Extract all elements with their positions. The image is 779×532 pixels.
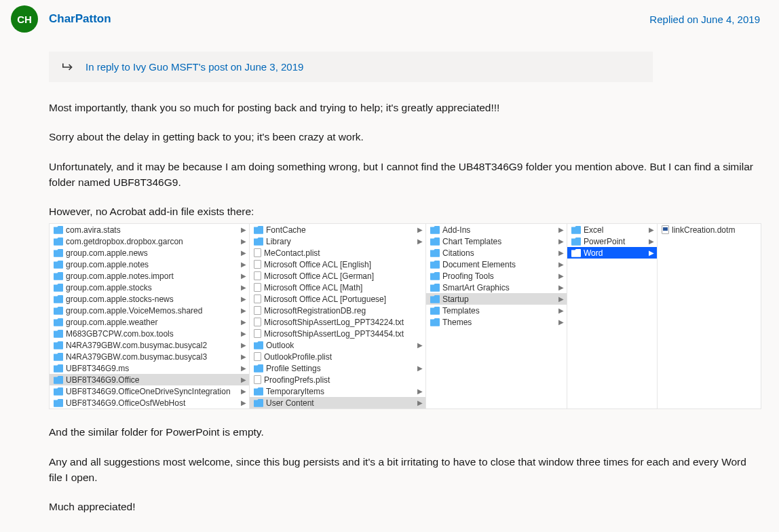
finder-folder-row[interactable]: N4RA379GBW.com.busymac.busycal2▶: [50, 339, 249, 351]
finder-folder-row[interactable]: group.com.apple.stocks-news▶: [50, 293, 249, 305]
finder-folder-row[interactable]: PowerPoint▶: [567, 235, 657, 247]
finder-folder-row[interactable]: Startup▶: [426, 293, 567, 305]
finder-file-row[interactable]: OutlookProfile.plist: [250, 351, 425, 362]
finder-column-3: Add-Ins▶Chart Templates▶Citations▶Docume…: [426, 224, 567, 408]
finder-folder-row[interactable]: M683GB7CPW.com.box.tools▶: [50, 328, 249, 339]
chevron-right-icon: ▶: [558, 261, 564, 268]
finder-column-5: linkCreation.dotm: [658, 224, 761, 408]
finder-folder-row[interactable]: Excel▶: [567, 224, 657, 235]
finder-folder-row[interactable]: Themes▶: [426, 316, 567, 328]
finder-column-2: FontCache▶Library▶MeContact.plistMicroso…: [250, 224, 426, 408]
file-icon: [254, 352, 261, 361]
reply-arrow-icon: [61, 62, 75, 73]
finder-folder-row[interactable]: UBF8T346G9.OfficeOneDriveSyncIntegration…: [50, 385, 249, 397]
finder-folder-row[interactable]: group.com.apple.notes.import▶: [50, 270, 249, 282]
chevron-right-icon: ▶: [417, 399, 423, 406]
item-name: group.com.apple.notes.import: [66, 271, 241, 281]
finder-folder-row[interactable]: group.com.apple.VoiceMemos.shared▶: [50, 305, 249, 316]
item-name: Word: [584, 248, 649, 258]
in-reply-to-bar[interactable]: In reply to Ivy Guo MSFT's post on June …: [49, 52, 653, 82]
folder-icon: [54, 295, 63, 303]
finder-folder-row[interactable]: UBF8T346G9.ms▶: [50, 362, 249, 374]
chevron-right-icon: ▶: [558, 238, 564, 245]
finder-folder-row[interactable]: Library▶: [250, 235, 425, 247]
file-icon: [254, 375, 261, 384]
folder-icon: [571, 226, 581, 234]
body-paragraph: Any and all suggestions most welcome, si…: [49, 454, 760, 486]
folder-icon: [54, 226, 63, 234]
item-name: M683GB7CPW.com.box.tools: [66, 329, 241, 339]
finder-folder-row[interactable]: Proofing Tools▶: [426, 270, 567, 282]
author-link[interactable]: CharPatton: [49, 12, 111, 26]
finder-folder-row[interactable]: N4RA379GBW.com.busymac.busycal3▶: [50, 351, 249, 362]
finder-folder-row[interactable]: com.avira.stats▶: [50, 224, 249, 235]
item-name: MicrosoftShipAssertLog_PPT34454.txt: [264, 329, 423, 339]
finder-folder-row[interactable]: group.com.apple.stocks▶: [50, 282, 249, 293]
finder-folder-row[interactable]: User Content▶: [250, 397, 425, 408]
finder-folder-row[interactable]: Word▶: [567, 247, 657, 259]
finder-file-row[interactable]: Microsoft Office ACL [Portuguese]: [250, 293, 425, 305]
item-name: Microsoft Office ACL [Math]: [264, 283, 423, 292]
finder-folder-row[interactable]: com.getdropbox.dropbox.garcon▶: [50, 235, 249, 247]
finder-file-row[interactable]: MicrosoftShipAssertLog_PPT34454.txt: [250, 328, 425, 339]
finder-folder-row[interactable]: FontCache▶: [250, 224, 425, 235]
item-name: N4RA379GBW.com.busymac.busycal2: [66, 341, 241, 350]
chevron-right-icon: ▶: [649, 249, 654, 256]
finder-folder-row[interactable]: Chart Templates▶: [426, 235, 567, 247]
file-icon: [254, 306, 261, 315]
item-name: Microsoft Office ACL [Portuguese]: [264, 294, 423, 304]
chevron-right-icon: ▶: [558, 318, 564, 326]
finder-file-row[interactable]: linkCreation.dotm: [658, 224, 761, 235]
finder-file-row[interactable]: Microsoft Office ACL [Math]: [250, 282, 425, 293]
finder-folder-row[interactable]: Add-Ins▶: [426, 224, 567, 235]
item-name: OutlookProfile.plist: [264, 352, 423, 362]
finder-file-row[interactable]: ProofingPrefs.plist: [250, 374, 425, 385]
finder-folder-row[interactable]: UBF8T346G9.OfficeOsfWebHost▶: [50, 397, 249, 408]
finder-folder-row[interactable]: TemporaryItems▶: [250, 385, 425, 397]
chevron-right-icon: ▶: [241, 353, 246, 360]
chevron-right-icon: ▶: [241, 295, 246, 303]
folder-icon: [430, 295, 440, 303]
finder-file-row[interactable]: Microsoft Office ACL [English]: [250, 259, 425, 270]
avatar[interactable]: CH: [11, 5, 38, 33]
finder-folder-row[interactable]: Profile Settings▶: [250, 362, 425, 374]
finder-file-row[interactable]: MeContact.plist: [250, 247, 425, 259]
item-name: FontCache: [266, 225, 417, 235]
finder-file-row[interactable]: Microsoft Office ACL [German]: [250, 270, 425, 282]
in-reply-to-link[interactable]: In reply to Ivy Guo MSFT's post on June …: [86, 61, 303, 73]
item-name: group.com.apple.stocks-news: [66, 294, 241, 304]
folder-icon: [54, 399, 63, 407]
finder-folder-row[interactable]: Templates▶: [426, 305, 567, 316]
folder-icon: [430, 272, 440, 280]
finder-folder-row[interactable]: Document Elements▶: [426, 259, 567, 270]
chevron-right-icon: ▶: [241, 399, 246, 406]
item-name: MicrosoftShipAssertLog_PPT34224.txt: [264, 318, 423, 327]
finder-folder-row[interactable]: UBF8T346G9.Office▶: [50, 374, 249, 385]
finder-folder-row[interactable]: group.com.apple.weather▶: [50, 316, 249, 328]
finder-file-row[interactable]: MicrosoftShipAssertLog_PPT34224.txt: [250, 316, 425, 328]
folder-icon: [54, 284, 63, 292]
finder-folder-row[interactable]: group.com.apple.news▶: [50, 247, 249, 259]
finder-folder-row[interactable]: group.com.apple.notes▶: [50, 259, 249, 270]
chevron-right-icon: ▶: [558, 295, 564, 303]
item-name: Outlook: [266, 341, 417, 350]
chevron-right-icon: ▶: [649, 226, 654, 233]
finder-folder-row[interactable]: SmartArt Graphics▶: [426, 282, 567, 293]
chevron-right-icon: ▶: [558, 284, 564, 291]
item-name: Excel: [584, 225, 649, 235]
chevron-right-icon: ▶: [241, 376, 246, 383]
chevron-right-icon: ▶: [417, 364, 423, 372]
word-template-icon: [662, 225, 669, 234]
finder-folder-row[interactable]: Citations▶: [426, 247, 567, 259]
body-paragraph: Unfortunately, and it may be because I a…: [49, 159, 760, 191]
chevron-right-icon: ▶: [417, 341, 423, 349]
finder-folder-row[interactable]: Outlook▶: [250, 339, 425, 351]
finder-file-row[interactable]: MicrosoftRegistrationDB.reg: [250, 305, 425, 316]
folder-icon: [254, 341, 263, 349]
chevron-right-icon: ▶: [417, 238, 423, 245]
file-icon: [254, 248, 261, 257]
folder-icon: [54, 272, 63, 280]
chevron-right-icon: ▶: [241, 284, 246, 291]
folder-icon: [54, 364, 63, 373]
chevron-right-icon: ▶: [241, 330, 246, 337]
